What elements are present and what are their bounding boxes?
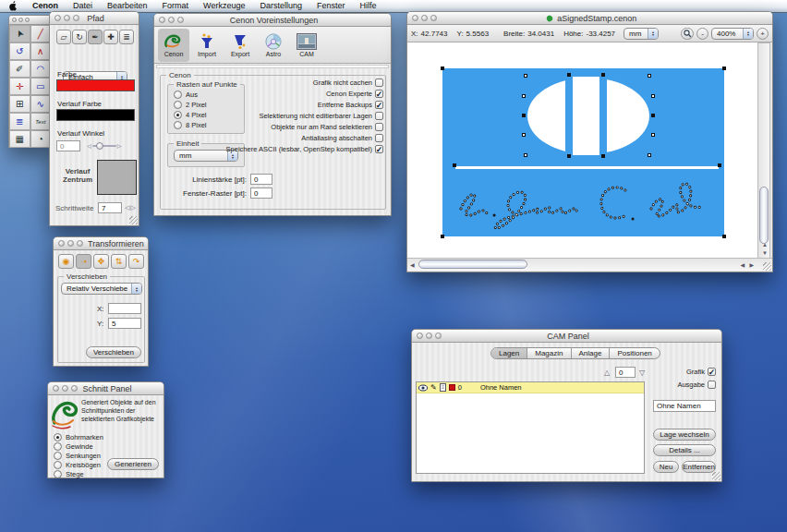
raster-option-8px[interactable]: 8 Pixel: [174, 121, 207, 129]
knife-tool[interactable]: ✐: [9, 60, 30, 78]
curve-tool[interactable]: ∿: [30, 95, 52, 113]
polyline-tool[interactable]: ∧: [30, 42, 52, 60]
selection-handle[interactable]: [651, 94, 655, 98]
selection-handle[interactable]: [441, 66, 444, 70]
winkel-slider[interactable]: ◁ ▷: [87, 142, 121, 149]
pencil-icon[interactable]: ✎: [430, 383, 437, 392]
fill-icon[interactable]: ✒: [88, 30, 103, 44]
layer-color-swatch[interactable]: [449, 384, 455, 391]
details-button[interactable]: Details ...: [653, 444, 716, 456]
selection-handle[interactable]: [441, 235, 444, 238]
prefs-tab-cam[interactable]: CAM: [291, 29, 322, 62]
option-gewinde[interactable]: Gewinde: [54, 442, 93, 451]
raster-option-aus[interactable]: Aus: [174, 91, 198, 99]
window-controls[interactable]: [412, 332, 446, 339]
stamp-line[interactable]: [455, 166, 719, 169]
layers-icon[interactable]: ≣: [119, 30, 134, 44]
align-icon[interactable]: ⇅: [111, 254, 127, 269]
selection-handle[interactable]: [651, 133, 655, 137]
scroll-down-icon[interactable]: ▼: [762, 248, 768, 258]
selection-handle[interactable]: [722, 235, 726, 238]
resize-grip[interactable]: [712, 472, 720, 480]
tab-anlage[interactable]: Anlage: [572, 348, 611, 358]
selection-handle[interactable]: [648, 153, 651, 157]
depth-field[interactable]: 0: [615, 367, 636, 378]
stamp-rectangle[interactable]: [442, 68, 724, 236]
menu-fenster[interactable]: Fenster: [309, 0, 353, 12]
zoom-in-button[interactable]: +: [757, 28, 769, 40]
rotate-icon[interactable]: ↷: [128, 254, 144, 269]
schnitt-titlebar[interactable]: Schnitt Panel: [48, 382, 163, 395]
move-icon[interactable]: ➝: [76, 254, 91, 269]
drawing-canvas[interactable]: [407, 42, 758, 260]
tab-magazin[interactable]: Magazin: [527, 348, 571, 358]
entfernen-button[interactable]: Entfernen: [682, 461, 716, 473]
slider-left-icon[interactable]: ◁: [87, 142, 91, 149]
vertical-scroll-thumb[interactable]: [759, 187, 769, 244]
selection-handle[interactable]: [524, 153, 527, 157]
checkbox-entferne-backups[interactable]: Entferne Backups✓: [318, 101, 383, 109]
apple-menu[interactable]: [0, 1, 25, 11]
window-controls[interactable]: [9, 18, 32, 22]
window-controls[interactable]: [48, 385, 82, 392]
layer-row[interactable]: ✎ 0 Ohne Namen: [417, 382, 644, 393]
transform-titlebar[interactable]: Transformieren: [54, 237, 148, 250]
unit-select[interactable]: mm ▴▾: [624, 28, 659, 40]
document-titlebar[interactable]: aSignedStamp.cenon: [407, 12, 772, 25]
checkbox-antialiasing[interactable]: Antialiasing abschalten✓: [301, 134, 383, 142]
down-triangle-icon[interactable]: ▽: [639, 369, 645, 377]
arc-tool[interactable]: ◠: [30, 60, 52, 78]
selection-handle[interactable]: [567, 73, 571, 77]
selection-handle[interactable]: [648, 74, 651, 78]
prefs-tab-export[interactable]: Export: [224, 29, 256, 62]
path-outline-icon[interactable]: ▱: [56, 30, 71, 44]
rectangle-tool[interactable]: ▭: [30, 78, 52, 95]
y-field[interactable]: 5: [108, 318, 141, 329]
layer-list[interactable]: ✎ 0 Ohne Namen: [416, 381, 645, 474]
window-controls[interactable]: [154, 17, 188, 23]
selection-handle[interactable]: [567, 154, 571, 158]
selection-handle[interactable]: [522, 94, 526, 98]
marker-tool[interactable]: ✛: [9, 78, 30, 95]
color-wheel-icon[interactable]: ↻: [72, 30, 87, 44]
lage-wechseln-button[interactable]: Lage wechseln: [653, 429, 716, 441]
linienstaerke-field[interactable]: 0: [250, 174, 272, 185]
window-controls[interactable]: [54, 240, 88, 247]
ausgabe-checkbox[interactable]: Ausgabe ✓: [677, 381, 716, 389]
schrittweite-field[interactable]: 7: [98, 202, 122, 213]
checkbox-speichere-ascii[interactable]: Speichere ASCII (lesbar, OpenStep kompat…: [226, 145, 383, 153]
tab-positionen[interactable]: Positionen: [610, 348, 659, 358]
prefs-tab-cenon[interactable]: Cenon: [158, 29, 189, 62]
scroll-left-icon[interactable]: ◀: [410, 260, 415, 270]
prefs-tab-import[interactable]: Import: [191, 29, 223, 62]
selection-handle[interactable]: [522, 133, 526, 137]
cam-titlebar[interactable]: CAM Panel: [412, 330, 721, 343]
selection-handle[interactable]: [722, 66, 726, 70]
pfad-titlebar[interactable]: Pfad: [50, 12, 139, 25]
option-stege[interactable]: Stege: [54, 470, 84, 478]
generieren-button[interactable]: Generieren: [107, 458, 159, 470]
selection-handle[interactable]: [601, 73, 605, 77]
scale-icon[interactable]: ◉: [58, 254, 74, 269]
menu-werkzeuge[interactable]: Werkzeuge: [196, 0, 252, 12]
web-tool[interactable]: ◔: [30, 130, 52, 148]
up-triangle-icon[interactable]: △: [604, 369, 610, 377]
selection-handle[interactable]: [453, 163, 456, 167]
selection-handle[interactable]: [601, 154, 605, 158]
verschieben-mode-select[interactable]: Relativ Verschieben ▴▾: [61, 283, 142, 295]
checkbox-grafik-nicht-cachen[interactable]: Grafik nicht cachen✓: [313, 79, 383, 87]
checkbox-objekte-rand[interactable]: Objekte nur am Rand selektieren✓: [271, 123, 383, 131]
vertical-scrollbar[interactable]: ▲ ▼: [757, 42, 770, 260]
selection-handle[interactable]: [524, 74, 527, 78]
checkbox-selektierung[interactable]: Selektierung nicht editierbarer Lagen✓: [259, 112, 383, 120]
tool-palette-titlebar[interactable]: [9, 16, 51, 25]
selection-handle[interactable]: [522, 114, 526, 117]
neu-button[interactable]: Neu: [653, 461, 679, 473]
raster-option-2px[interactable]: 2 Pixel: [174, 101, 207, 109]
stamp-center-bar[interactable]: [573, 77, 599, 155]
schrittweite-stepper[interactable]: ◁▷: [125, 204, 136, 212]
tab-lagen[interactable]: Lagen: [491, 348, 527, 358]
verschieben-button[interactable]: Verschieben: [86, 346, 141, 358]
color-grid-tool[interactable]: ▦: [9, 130, 30, 148]
horizontal-scrollbar[interactable]: ◀ ◀ ▶: [407, 258, 772, 271]
